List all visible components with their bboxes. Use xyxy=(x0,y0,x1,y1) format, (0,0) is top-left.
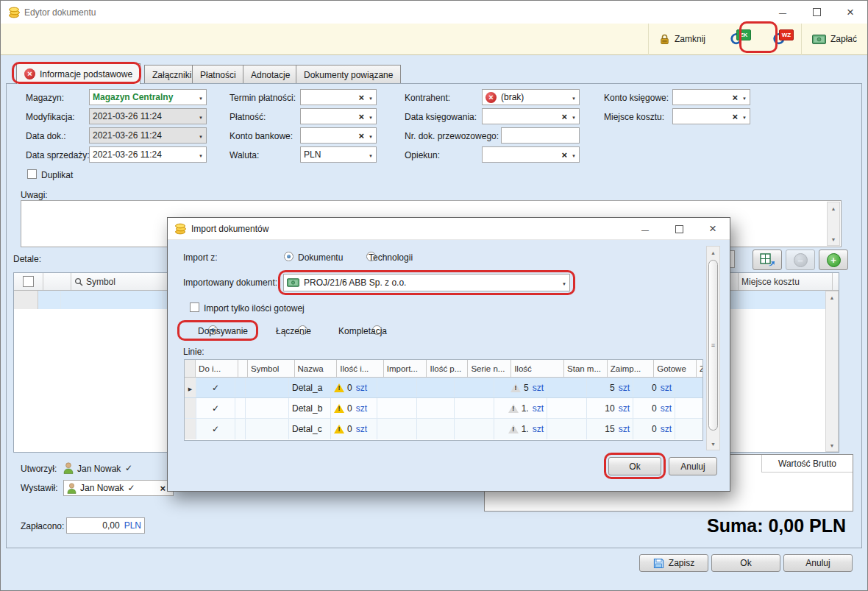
dialog-anuluj-label: Anuluj xyxy=(680,461,705,472)
import-tylko-checkbox[interactable] xyxy=(190,302,199,312)
error-circle-icon xyxy=(24,68,35,79)
window-title: Edytor dokumentu xyxy=(24,7,96,18)
zapisz-label: Zapisz xyxy=(669,558,694,568)
linie-table-row[interactable]: Detal_c 0szt 1.szt 15szt 0szt xyxy=(185,419,702,439)
warning-icon-gray xyxy=(508,425,519,433)
tab-label: Informacje podstawowe xyxy=(40,69,132,79)
ok-label: Ok xyxy=(740,558,751,568)
row-selector-icon xyxy=(188,383,192,393)
anuluj-label: Anuluj xyxy=(805,558,830,568)
app-coin-icon xyxy=(8,7,21,18)
dialog-scrollbar[interactable]: ▲ ≡ ▼ xyxy=(706,246,720,450)
warning-icon-gray xyxy=(508,404,519,413)
tab-label: Adnotacje xyxy=(251,70,290,80)
save-floppy-icon xyxy=(653,558,664,569)
lock-icon xyxy=(659,34,670,45)
tab-informacje-podstawowe[interactable]: Informacje podstawowe xyxy=(16,63,140,84)
minimize-icon xyxy=(641,224,649,235)
minimize-icon xyxy=(779,7,786,18)
dialog-anuluj-button[interactable]: Anuluj xyxy=(669,457,717,475)
zapisz-button[interactable]: Zapisz xyxy=(639,554,708,572)
tab-platnosci[interactable]: Płatności xyxy=(192,65,244,84)
linie-table-row[interactable]: Detal_a 0szt 5szt 5szt 0szt xyxy=(185,378,702,398)
zk-button[interactable]: ZK xyxy=(716,24,758,55)
tab-label: Załączniki xyxy=(152,70,191,80)
zaplac-label: Zapłać xyxy=(830,34,857,44)
radio-dopisywanie-label: Dopisywanie xyxy=(198,326,248,336)
import-dialog: Import dokumentów Import z: Dokumentu Te… xyxy=(167,217,730,492)
dialog-title: Import dokumentów xyxy=(191,224,268,234)
import-tylko-label: Import tylko ilości gotowej xyxy=(204,303,305,314)
importowany-dokument-value: PROJ/21/6 ABB Sp. z o.o. xyxy=(304,277,406,288)
main-toolbar: Zamknij ZK WZ Zapłać xyxy=(1,24,867,55)
main-anuluj-button[interactable]: Anuluj xyxy=(783,554,853,572)
import-z-label: Import z: xyxy=(183,252,218,263)
tab-dokumenty-powiazane[interactable]: Dokumenty powiązane xyxy=(296,65,401,84)
dialog-maximize-button[interactable] xyxy=(662,218,696,240)
warning-icon xyxy=(334,425,344,433)
maximize-button[interactable] xyxy=(800,1,833,24)
warning-icon-gray xyxy=(511,383,521,392)
app-coin-icon xyxy=(174,223,187,235)
maximize-icon xyxy=(675,225,683,233)
dialog-close-button[interactable] xyxy=(696,218,730,240)
linie-label: Linie: xyxy=(183,347,204,357)
importowany-dokument-label: Importowany dokument: xyxy=(183,277,277,288)
dialog-minimize-button[interactable] xyxy=(628,218,662,240)
document-icon xyxy=(287,278,299,287)
close-icon xyxy=(847,5,854,20)
maximize-icon xyxy=(813,8,821,16)
dialog-titlebar: Import dokumentów xyxy=(168,218,730,240)
radio-dokumentu[interactable] xyxy=(284,252,294,261)
row-checked-icon[interactable] xyxy=(212,424,219,434)
main-ok-button[interactable]: Ok xyxy=(711,554,780,572)
linie-table-header: Do i... Symbol Nazwa Ilość i... Import..… xyxy=(185,360,702,378)
dialog-scrollbar-thumb[interactable]: ≡ xyxy=(708,260,718,431)
row-checked-icon[interactable] xyxy=(212,403,219,414)
tab-label: Dokumenty powiązane xyxy=(304,70,393,80)
zamknij-label: Zamknij xyxy=(675,34,705,44)
radio-dokumentu-label: Dokumentu xyxy=(298,252,343,263)
close-icon xyxy=(709,222,716,236)
importowany-dokument-combo[interactable]: PROJ/21/6 ABB Sp. z o.o. xyxy=(283,274,570,291)
radio-kompletacja-label: Kompletacja xyxy=(338,326,387,336)
main-titlebar: Edytor dokumentu xyxy=(1,1,867,24)
chevron-down-icon[interactable] xyxy=(562,277,566,288)
radio-technologii-label: Technologii xyxy=(369,252,413,263)
warning-icon xyxy=(334,383,344,392)
tab-adnotacje[interactable]: Adnotacje xyxy=(243,65,298,84)
linie-table-row[interactable]: Detal_b 0szt 1.szt 10szt 0szt xyxy=(185,398,702,419)
close-button[interactable] xyxy=(833,1,867,24)
zaplac-button[interactable]: Zapłać xyxy=(802,24,867,55)
minimize-button[interactable] xyxy=(766,1,800,24)
tab-label: Płatności xyxy=(200,70,236,80)
dialog-ok-button[interactable]: Ok xyxy=(608,457,661,475)
radio-laczenie-label: Łączenie xyxy=(276,326,311,336)
wz-badge: WZ xyxy=(779,29,794,40)
row-checked-icon[interactable] xyxy=(212,383,219,393)
zamknij-button[interactable]: Zamknij xyxy=(649,24,716,55)
wz-button[interactable]: WZ xyxy=(758,24,801,55)
zk-badge: ZK xyxy=(736,29,751,40)
warning-icon xyxy=(334,404,344,413)
dialog-ok-label: Ok xyxy=(629,461,640,472)
banknote-icon xyxy=(812,35,826,44)
